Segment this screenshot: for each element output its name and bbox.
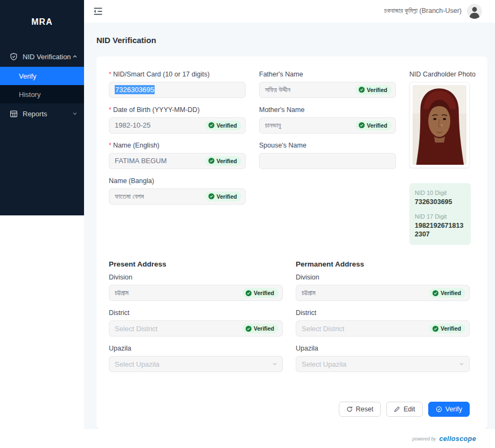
user-area[interactable]: চকবাজার কুমিল্লা (Branch-User) <box>384 4 482 19</box>
edit-button[interactable]: Edit <box>386 402 423 417</box>
verified-badge: Verified <box>429 324 465 333</box>
present-district-select[interactable]: Select District Verified <box>109 320 283 337</box>
photo-label: NID Cardholder Photo <box>409 71 470 78</box>
verify-button[interactable]: Verify <box>428 402 470 417</box>
check-circle-icon <box>208 122 214 128</box>
verified-badge: Verified <box>355 121 392 130</box>
spouse-field-group: Spouse's Name <box>259 142 396 169</box>
celloscope-brand: celloscope <box>439 435 476 443</box>
verified-badge: Verified <box>205 121 241 130</box>
sidebar-item-verify[interactable]: Verify <box>0 67 84 85</box>
upazila-label: Upazila <box>109 345 283 352</box>
sidebar-item-label: Reports <box>23 110 72 118</box>
mother-field-group: Mother's Name চানভানু Verified <box>259 106 396 134</box>
footer: powered by celloscope <box>84 429 495 448</box>
dob-input[interactable]: 1982-10-25 Verified <box>109 117 246 134</box>
permanent-upazila-select[interactable]: Select Upazila <box>296 356 470 372</box>
name-bn-input[interactable]: ফাতেমা বেগম Verified <box>109 188 246 205</box>
spouse-label: Spouse's Name <box>259 142 396 149</box>
name-en-input[interactable]: FATIMA BEGUM Verified <box>109 153 246 169</box>
mother-input[interactable]: চানভানু Verified <box>259 117 396 134</box>
spouse-input[interactable] <box>259 153 396 169</box>
check-circle-icon <box>246 326 252 332</box>
district-placeholder: Select District <box>115 325 157 333</box>
sidebar: MRA NID Verification <box>0 0 84 215</box>
nid-10-value: 7326303695 <box>415 198 465 206</box>
verified-badge: Verified <box>205 156 241 166</box>
address-grid: Present Address Division চট্টগ্রাম Verif… <box>109 260 470 380</box>
check-circle-icon <box>208 158 214 164</box>
check-circle-icon <box>208 193 214 199</box>
dob-field-group: *Date of Birth (YYYY-MM-DD) 1982-10-25 V… <box>109 106 246 134</box>
division-label: Division <box>296 274 470 281</box>
check-circle-icon <box>433 326 438 332</box>
form-column-photo: NID Cardholder Photo <box>409 71 470 246</box>
nid-10-label: NID 10 Digit <box>415 190 465 196</box>
form-grid: *NID/Smart Card (10 or 17 digits) 732630… <box>109 71 470 246</box>
main-area: চকবাজার কুমিল্লা (Branch-User) NID Verif… <box>84 0 495 448</box>
form-column-left: *NID/Smart Card (10 or 17 digits) 732630… <box>109 71 246 246</box>
pencil-icon <box>394 406 400 412</box>
required-marker: * <box>109 71 111 78</box>
verified-badge: Verified <box>205 192 241 201</box>
verified-badge: Verified <box>242 288 278 298</box>
name-en-field-group: *Name (English) FATIMA BEGUM Verified <box>109 142 246 169</box>
check-circle-icon <box>359 87 365 93</box>
nid-field-group: *NID/Smart Card (10 or 17 digits) 732630… <box>109 71 246 98</box>
required-marker: * <box>109 142 111 149</box>
nid-verification-submenu: Verify History <box>0 67 84 103</box>
district-label: District <box>296 309 470 317</box>
nid-17-label: NID 17 Digit <box>415 213 465 220</box>
mother-label: Mother's Name <box>259 106 396 114</box>
sidebar-subitem-label: History <box>19 90 40 99</box>
upazila-label: Upazila <box>296 345 470 352</box>
permanent-upazila-group: Upazila Select Upazila <box>296 345 470 372</box>
sidebar-item-reports[interactable]: Reports <box>0 103 84 124</box>
dob-label: *Date of Birth (YYYY-MM-DD) <box>109 106 246 114</box>
father-input[interactable]: সফির উদ্দীন Verified <box>259 82 396 98</box>
sidebar-item-nid-verification[interactable]: NID Verification <box>0 46 84 67</box>
father-label: Father's Name <box>259 71 396 78</box>
name-en-label: *Name (English) <box>109 142 246 149</box>
sidebar-column: MRA NID Verification <box>0 0 84 448</box>
nid-label: *NID/Smart Card (10 or 17 digits) <box>109 71 246 78</box>
sidebar-item-history[interactable]: History <box>0 85 84 103</box>
present-division-value: চট্টগ্রাম <box>115 289 129 297</box>
present-upazila-select[interactable]: Select Upazila <box>109 356 283 372</box>
reset-button[interactable]: Reset <box>339 402 381 417</box>
present-district-group: District Select District Verified <box>109 309 283 337</box>
name-bn-label: Name (Bangla) <box>109 177 246 185</box>
check-circle-icon <box>433 290 438 296</box>
sidebar-item-label: NID Verification <box>23 53 72 61</box>
present-upazila-group: Upazila Select Upazila <box>109 345 283 372</box>
present-division-input[interactable]: চট্টগ্রাম Verified <box>109 285 283 301</box>
page-title: NID Verification <box>96 36 487 45</box>
nid-17-value: 19821926718132307 <box>415 221 465 239</box>
permanent-division-group: Division চট্টগ্রাম Verified <box>296 274 470 301</box>
user-label: চকবাজার কুমিল্লা (Branch-User) <box>384 7 462 15</box>
portrait-photo <box>413 85 466 165</box>
verified-badge: Verified <box>355 85 392 95</box>
required-marker: * <box>109 106 111 114</box>
safety-certificate-icon <box>10 53 18 61</box>
nid-input[interactable]: 7326303695 <box>109 82 246 98</box>
nid-value-selected: 7326303695 <box>115 85 155 94</box>
user-avatar[interactable] <box>467 4 482 19</box>
reload-icon <box>346 406 353 412</box>
permanent-division-input[interactable]: চট্টগ্রাম Verified <box>296 285 470 301</box>
table-icon <box>10 110 18 118</box>
verified-badge: Verified <box>429 288 465 298</box>
dob-value: 1982-10-25 <box>115 121 151 129</box>
division-label: Division <box>109 274 283 281</box>
top-header: চকবাজার কুমিল্লা (Branch-User) <box>84 0 495 23</box>
nid-summary-box: NID 10 Digit 7326303695 NID 17 Digit 198… <box>409 183 471 246</box>
page-content: NID Verification *NID/Smart Card (10 or … <box>84 23 495 430</box>
sidebar-subitem-label: Verify <box>19 72 37 80</box>
mother-value: চানভানু <box>265 121 281 130</box>
menu-fold-icon[interactable] <box>93 6 103 17</box>
district-label: District <box>109 309 283 317</box>
permanent-address-title: Permanent Address <box>296 260 470 268</box>
app-frame: MRA NID Verification <box>0 0 495 448</box>
nid-cardholder-photo <box>409 82 470 168</box>
permanent-district-select[interactable]: Select District Verified <box>296 320 470 337</box>
